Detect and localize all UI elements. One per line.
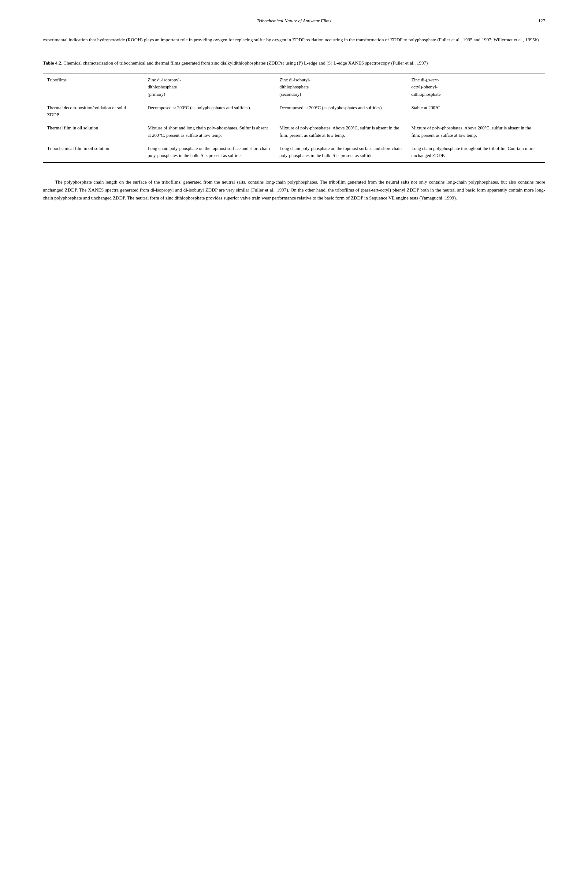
row3-col2: Long chain poly-phosphate on the topmost… bbox=[275, 142, 407, 163]
table-header-row: Tribofilms Zinc di-isopropyl-dithiophosp… bbox=[43, 73, 545, 101]
row1-col0: Thermal decom-position/oxidation of soli… bbox=[43, 101, 143, 122]
row1-col1: Decomposed at 200°C (as polyphosphates a… bbox=[143, 101, 275, 122]
row2-col2: Mixture of poly-phosphates. Above 200°C,… bbox=[275, 122, 407, 142]
page-header: Tribochemical Nature of Antiwear Films 1… bbox=[43, 18, 545, 24]
table-row: Thermal film in oil solution Mixture of … bbox=[43, 122, 545, 142]
table-row: Tribochemical film in oil solution Long … bbox=[43, 142, 545, 163]
row2-col3: Mixture of poly-phosphates. Above 200°C,… bbox=[407, 122, 545, 142]
row2-col0: Thermal film in oil solution bbox=[43, 122, 143, 142]
main-table: Tribofilms Zinc di-isopropyl-dithiophosp… bbox=[43, 73, 545, 163]
page-number: 127 bbox=[527, 18, 545, 24]
intro-paragraph: experimental indication that hydroperoxi… bbox=[43, 36, 545, 44]
col-header-tribofilms: Tribofilms bbox=[43, 73, 143, 101]
row2-col1: Mixture of short and long chain poly-pho… bbox=[143, 122, 275, 142]
row3-col3: Long chain polyphosphate throughout the … bbox=[407, 142, 545, 163]
table-caption-bold: Table 4.2. bbox=[43, 60, 62, 66]
col-header-zinc1: Zinc di-isopropyl-dithiophosphate(primar… bbox=[143, 73, 275, 101]
table-caption: Table 4.2. Chemical characterization of … bbox=[43, 59, 545, 67]
closing-paragraph-1: The polyphosphate chain length on the su… bbox=[43, 178, 545, 202]
table-caption-text: Chemical characterization of tribochemic… bbox=[62, 60, 428, 66]
row1-col2: Decomposed at 200°C (as polyphosphates a… bbox=[275, 101, 407, 122]
col-header-zinc2: Zinc di-isobutyl-dithiophosphate(seconda… bbox=[275, 73, 407, 101]
col-header-zinc3: Zinc di-(p-tert-octyl)-phenyl-dithiophos… bbox=[407, 73, 545, 101]
table-row: Thermal decom-position/oxidation of soli… bbox=[43, 101, 545, 122]
page-title: Tribochemical Nature of Antiwear Films bbox=[61, 18, 527, 24]
row1-col3: Stable at 200°C. bbox=[407, 101, 545, 122]
closing-section: The polyphosphate chain length on the su… bbox=[43, 178, 545, 202]
row3-col0: Tribochemical film in oil solution bbox=[43, 142, 143, 163]
row3-col1: Long chain poly-phosphate on the topmost… bbox=[143, 142, 275, 163]
